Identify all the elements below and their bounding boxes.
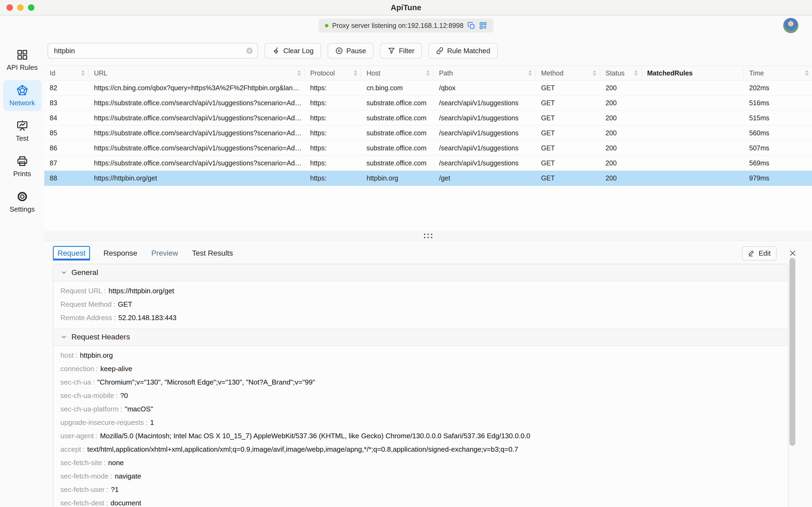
rule-matched-button[interactable]: Rule Matched [428, 43, 498, 59]
sidebar-item-label: Test [16, 134, 29, 143]
avatar[interactable] [783, 18, 799, 33]
header-row-sec-fetch-dest: sec-fetch-dest:document [53, 496, 788, 507]
prints-icon [16, 155, 28, 167]
header-row-sec-fetch-mode: sec-fetch-mode:navigate [53, 469, 788, 483]
toolbar-buttons: Clear LogPauseFilterRule Matched [265, 43, 498, 59]
colon: : [146, 418, 148, 427]
cell-id: 88 [44, 174, 89, 182]
cell-path: /search/api/v1/suggestions [433, 114, 536, 122]
tab-test-results[interactable]: Test Results [191, 246, 234, 260]
table-row-88[interactable]: 88https://httpbin.org/gethttps:httpbin.o… [44, 171, 812, 186]
panel-resize-handle[interactable] [424, 234, 432, 238]
colon: : [83, 445, 84, 454]
colon: : [106, 499, 108, 507]
header-value: text/html,application/xhtml+xml,applicat… [87, 445, 518, 454]
network-icon [16, 84, 28, 97]
header-value: https://httpbin.org/get [109, 287, 174, 295]
column-header-time[interactable]: Time [744, 68, 812, 77]
table-row-83[interactable]: 83https://substrate.office.com/search/ap… [44, 96, 812, 111]
table-body: 82https://cn.bing.com/qbox?query=https%3… [44, 80, 812, 186]
column-header-status[interactable]: Status [600, 68, 642, 77]
colon: : [93, 378, 95, 386]
section-body-request-headers: host:httpbin.orgconnection:keep-alivesec… [53, 346, 788, 507]
column-header-protocol[interactable]: Protocol [305, 68, 361, 77]
sidebar-item-test[interactable]: Test [3, 115, 41, 147]
header-value: httpbin.org [80, 351, 113, 359]
cell-protocol: https: [305, 99, 361, 107]
window-title: ApiTune [0, 3, 812, 12]
header-value: navigate [115, 472, 141, 481]
request-detail-panel: GeneralRequest URL:https://httpbin.org/g… [53, 264, 789, 507]
cell-host: substrate.office.com [361, 159, 433, 167]
section-header-request-headers[interactable]: Request Headers [53, 329, 788, 346]
tab-preview[interactable]: Preview [151, 246, 179, 260]
tab-response[interactable]: Response [103, 246, 138, 260]
table-row-82[interactable]: 82https://cn.bing.com/qbox?query=https%3… [44, 80, 812, 96]
pause-button[interactable]: Pause [328, 43, 374, 59]
sort-carets-icon [805, 70, 809, 76]
cell-id: 86 [44, 144, 89, 152]
minimize-window-button[interactable] [17, 4, 23, 11]
sort-carets-icon [297, 70, 301, 76]
header-label: sec-ch-ua-mobile [60, 392, 114, 400]
section-title: General [71, 268, 98, 277]
copy-icon[interactable] [467, 21, 475, 30]
filter-icon [388, 47, 396, 55]
sidebar-item-network[interactable]: Network [3, 80, 41, 111]
table-row-86[interactable]: 86https://substrate.office.com/search/ap… [44, 141, 812, 156]
app-window: ApiTune Proxy server listening on:192.16… [0, 0, 812, 507]
header-row-sec-fetch-user: sec-fetch-user:?1 [53, 483, 788, 496]
sort-carets-icon [528, 70, 532, 76]
header-label: host [60, 351, 73, 359]
column-header-host[interactable]: Host [361, 68, 433, 77]
colon: : [114, 314, 115, 322]
search-input[interactable] [53, 47, 246, 55]
column-header-url[interactable]: URL [89, 68, 305, 77]
edit-button[interactable]: Edit [742, 246, 776, 261]
cell-status: 200 [600, 114, 642, 122]
column-header-label: Id [50, 69, 55, 77]
detail-scrollbar[interactable] [790, 258, 795, 446]
tab-request[interactable]: Request [53, 246, 90, 261]
sidebar-item-label: API Rules [7, 63, 38, 72]
close-window-button[interactable] [6, 4, 13, 11]
table-row-85[interactable]: 85https://substrate.office.com/search/ap… [44, 126, 812, 141]
table-row-87[interactable]: 87https://substrate.office.com/search/ap… [44, 156, 812, 171]
fullscreen-window-button[interactable] [28, 4, 35, 11]
sidebar-item-settings[interactable]: Settings [3, 186, 41, 218]
cell-method: GET [536, 144, 600, 152]
close-panel-icon[interactable] [789, 249, 797, 258]
sidebar-item-api-rules[interactable]: API Rules [3, 45, 41, 76]
column-header-id[interactable]: Id [44, 68, 89, 77]
clear-search-icon[interactable] [246, 47, 253, 55]
cell-status: 200 [600, 84, 642, 92]
cell-path: /qbox [433, 84, 536, 92]
header-label: user-agent [60, 432, 94, 440]
cell-id: 84 [44, 114, 89, 122]
column-header-path[interactable]: Path [433, 68, 536, 77]
cell-host: substrate.office.com [361, 99, 433, 107]
header-value: "Chromium";v="130", "Microsoft Edge";v="… [97, 378, 315, 386]
column-header-method[interactable]: Method [536, 68, 600, 77]
sidebar-item-prints[interactable]: Prints [3, 151, 41, 182]
column-header-matchedrules[interactable]: MatchedRules [642, 68, 744, 77]
column-header-label: Host [366, 69, 380, 77]
cell-id: 82 [44, 84, 89, 92]
header-value: GET [118, 300, 132, 308]
sidebar-item-label: Network [9, 99, 35, 107]
chevron-down-icon [60, 334, 67, 340]
sort-carets-icon [354, 70, 357, 76]
qrcode-icon[interactable] [479, 21, 487, 30]
header-value: ?1 [111, 486, 119, 494]
column-header-label: Path [439, 69, 453, 77]
proxy-status-text: Proxy server listening on:192.168.1.12:8… [332, 22, 463, 30]
clear-log-button[interactable]: Clear Log [265, 43, 321, 59]
filter-button[interactable]: Filter [380, 43, 422, 59]
clear-log-icon [272, 47, 280, 55]
section-header-general[interactable]: General [53, 264, 788, 281]
cell-host: cn.bing.com [361, 84, 433, 92]
table-row-84[interactable]: 84https://substrate.office.com/search/ap… [44, 111, 812, 126]
toolbar-button-label: Rule Matched [447, 47, 490, 55]
rule-matched-icon [436, 47, 444, 55]
header-row-remote-address: Remote Address:52.20.148.183:443 [53, 311, 788, 324]
